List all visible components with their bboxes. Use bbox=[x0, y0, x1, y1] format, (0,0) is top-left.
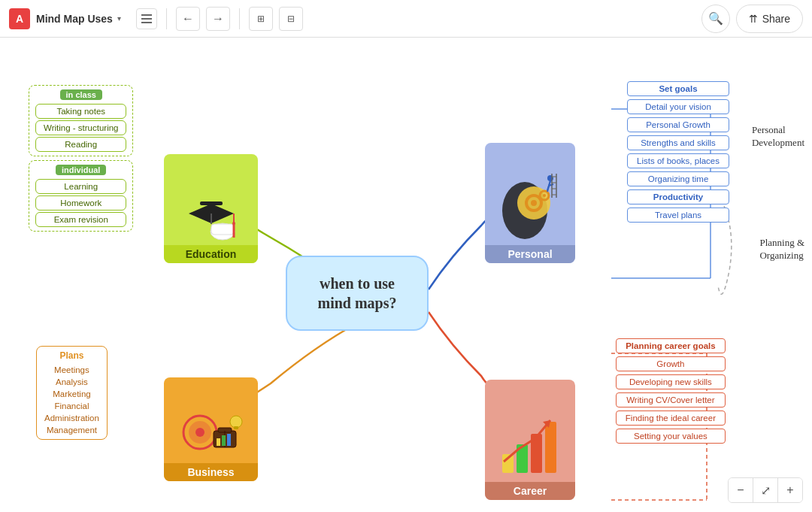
center-node[interactable]: when to use mind maps? bbox=[286, 256, 429, 331]
redo-button[interactable]: → bbox=[206, 7, 230, 31]
career-item-ideal[interactable]: Finding the ideal career bbox=[616, 411, 726, 426]
toolbar-separator bbox=[239, 8, 240, 29]
education-node[interactable]: Education bbox=[164, 154, 258, 263]
planning-organizing-label: Planning & Organizing bbox=[759, 237, 804, 262]
share-label: Share bbox=[762, 13, 790, 25]
zoom-fit-button[interactable]: ⤢ bbox=[753, 478, 777, 502]
personal-icon bbox=[496, 169, 564, 243]
mortarboard-icon bbox=[181, 185, 241, 241]
business-label: Business bbox=[164, 463, 258, 481]
svg-rect-10 bbox=[200, 201, 223, 205]
search-button[interactable]: 🔍 bbox=[701, 5, 730, 33]
center-text: when to use mind maps? bbox=[317, 274, 396, 313]
logo-icon: A bbox=[16, 13, 23, 25]
business-icon bbox=[177, 402, 245, 461]
svg-point-12 bbox=[232, 222, 235, 225]
toolbar: A Mind Map Uses ▾ ← → ⊞ ⊟ 🔍 ⇈ Share bbox=[0, 0, 812, 38]
edu-item-learning[interactable]: Learning bbox=[35, 179, 126, 194]
title-group: Mind Map Uses ▾ bbox=[36, 13, 121, 25]
layout-button[interactable]: ⊟ bbox=[279, 7, 303, 31]
education-sub-items: in class Taking notes Writing - structur… bbox=[29, 85, 133, 232]
search-icon: 🔍 bbox=[708, 11, 723, 26]
business-node[interactable]: Business bbox=[164, 377, 258, 481]
in-class-badge: in class bbox=[60, 89, 102, 100]
edu-item-exam[interactable]: Exam revision bbox=[35, 212, 126, 227]
education-label: Education bbox=[164, 245, 258, 263]
edu-item-writing[interactable]: Writing - structuring bbox=[35, 120, 126, 135]
hamburger-line bbox=[141, 14, 152, 16]
career-node[interactable]: Career bbox=[485, 380, 575, 500]
svg-rect-21 bbox=[222, 435, 226, 446]
edu-item-reading[interactable]: Reading bbox=[35, 137, 126, 152]
business-plans-label: Plans bbox=[44, 350, 99, 361]
personal-item-set-goals[interactable]: Set goals bbox=[627, 81, 729, 96]
personal-label: Personal bbox=[485, 245, 575, 263]
app-title: Mind Map Uses bbox=[36, 13, 113, 25]
toolbar-separator bbox=[166, 8, 167, 29]
personal-node[interactable]: Personal bbox=[485, 143, 575, 263]
career-item-skills[interactable]: Developing new skills bbox=[616, 374, 726, 389]
career-item-cv[interactable]: Writing CV/Cover letter bbox=[616, 392, 726, 407]
career-item-planning[interactable]: Planning career goals bbox=[616, 338, 726, 353]
biz-item-financial[interactable]: Financial bbox=[44, 401, 99, 411]
personal-item-lists[interactable]: Lists of books, places bbox=[627, 153, 729, 168]
personal-item-vision[interactable]: Detail your vision bbox=[627, 99, 729, 114]
biz-item-marketing[interactable]: Marketing bbox=[44, 389, 99, 399]
career-icon bbox=[496, 405, 564, 480]
career-item-values[interactable]: Setting your values bbox=[616, 429, 726, 444]
education-image bbox=[164, 181, 258, 245]
insert-button[interactable]: ⊞ bbox=[249, 7, 273, 31]
logo-button[interactable]: A bbox=[9, 8, 30, 29]
svg-rect-22 bbox=[227, 434, 231, 446]
personal-item-productivity[interactable]: Productivity bbox=[627, 189, 729, 204]
toolbar-right: 🔍 ⇈ Share bbox=[701, 5, 803, 33]
business-sub-items: Plans Meetings Analysis Marketing Financ… bbox=[36, 346, 108, 440]
svg-point-32 bbox=[547, 175, 553, 181]
svg-point-30 bbox=[543, 194, 546, 197]
svg-rect-7 bbox=[211, 224, 234, 235]
zoom-controls: − ⤢ + bbox=[728, 477, 803, 503]
personal-item-growth[interactable]: Personal Growth bbox=[627, 117, 729, 132]
career-item-growth[interactable]: Growth bbox=[616, 356, 726, 371]
svg-point-28 bbox=[531, 200, 537, 206]
personal-image bbox=[485, 166, 575, 245]
undo-button[interactable]: ← bbox=[176, 7, 200, 31]
zoom-in-button[interactable]: + bbox=[778, 478, 802, 502]
svg-point-23 bbox=[230, 416, 242, 428]
zoom-out-button[interactable]: − bbox=[729, 478, 753, 502]
mind-map-canvas: when to use mind maps? Educat bbox=[0, 38, 812, 512]
career-label: Career bbox=[485, 482, 575, 500]
personal-item-strengths[interactable]: Strengths and skills bbox=[627, 135, 729, 150]
edu-item-homework[interactable]: Homework bbox=[35, 195, 126, 211]
career-sub-items: Planning career goals Growth Developing … bbox=[616, 338, 726, 444]
dropdown-icon[interactable]: ▾ bbox=[117, 14, 121, 23]
career-image bbox=[485, 403, 575, 482]
edu-item-taking-notes[interactable]: Taking notes bbox=[35, 104, 126, 119]
hamburger-line bbox=[141, 18, 152, 20]
hamburger-line bbox=[141, 22, 152, 23]
share-button[interactable]: ⇈ Share bbox=[736, 5, 803, 33]
personal-sub-items: Set goals Detail your vision Personal Gr… bbox=[627, 81, 729, 223]
personal-item-travel[interactable]: Travel plans bbox=[627, 208, 729, 223]
svg-point-16 bbox=[195, 428, 205, 437]
biz-item-meetings[interactable]: Meetings bbox=[44, 365, 99, 375]
svg-rect-24 bbox=[234, 426, 238, 429]
share-icon: ⇈ bbox=[749, 13, 758, 25]
personal-development-label: Personal Development bbox=[752, 124, 804, 150]
svg-rect-44 bbox=[545, 422, 556, 473]
biz-item-analysis[interactable]: Analysis bbox=[44, 377, 99, 387]
business-image bbox=[164, 399, 258, 463]
personal-item-organizing[interactable]: Organizing time bbox=[627, 171, 729, 186]
hamburger-button[interactable] bbox=[136, 8, 157, 29]
svg-rect-20 bbox=[217, 438, 220, 446]
biz-item-management[interactable]: Management bbox=[44, 425, 99, 435]
individual-badge: individual bbox=[56, 165, 106, 175]
biz-item-admin[interactable]: Administration bbox=[44, 413, 99, 423]
